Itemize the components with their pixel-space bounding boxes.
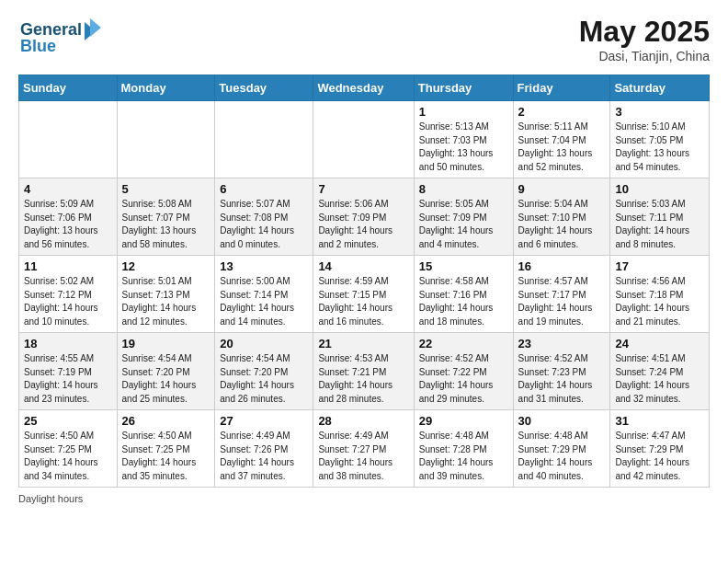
calendar-week-3: 18Sunrise: 4:55 AM Sunset: 7:19 PM Dayli… [19, 333, 710, 410]
day-number: 3 [615, 105, 704, 119]
day-detail: Sunrise: 4:53 AM Sunset: 7:21 PM Dayligh… [318, 352, 408, 406]
calendar-cell [215, 101, 313, 178]
day-number: 6 [220, 182, 308, 196]
day-detail: Sunrise: 4:48 AM Sunset: 7:28 PM Dayligh… [419, 430, 508, 483]
calendar-cell: 8Sunrise: 5:05 AM Sunset: 7:09 PM Daylig… [414, 178, 513, 256]
day-detail: Sunrise: 4:49 AM Sunset: 7:26 PM Dayligh… [220, 430, 308, 483]
day-number: 15 [419, 259, 508, 273]
header: General Blue May 2025 Dasi, Tianjin, Chi… [18, 15, 710, 63]
day-detail: Sunrise: 4:59 AM Sunset: 7:15 PM Dayligh… [318, 275, 408, 328]
day-detail: Sunrise: 4:52 AM Sunset: 7:23 PM Dayligh… [518, 352, 606, 406]
calendar-cell: 3Sunrise: 5:10 AM Sunset: 7:05 PM Daylig… [610, 101, 710, 178]
calendar-cell: 15Sunrise: 4:58 AM Sunset: 7:16 PM Dayli… [414, 256, 513, 333]
col-header-sunday: Sunday [19, 75, 118, 101]
calendar-week-2: 11Sunrise: 5:02 AM Sunset: 7:12 PM Dayli… [19, 256, 710, 333]
calendar-week-1: 4Sunrise: 5:09 AM Sunset: 7:06 PM Daylig… [19, 178, 710, 256]
day-detail: Sunrise: 5:08 AM Sunset: 7:07 PM Dayligh… [122, 198, 210, 251]
day-number: 4 [24, 182, 112, 196]
day-detail: Sunrise: 5:01 AM Sunset: 7:13 PM Dayligh… [122, 275, 210, 328]
calendar-cell: 21Sunrise: 4:53 AM Sunset: 7:21 PM Dayli… [313, 333, 414, 410]
col-header-tuesday: Tuesday [215, 75, 313, 101]
day-number: 11 [24, 259, 112, 273]
calendar-cell [19, 101, 118, 178]
calendar-header-row: SundayMondayTuesdayWednesdayThursdayFrid… [19, 75, 710, 101]
day-number: 23 [518, 337, 606, 350]
main-title: May 2025 [579, 15, 710, 49]
day-detail: Sunrise: 5:03 AM Sunset: 7:11 PM Dayligh… [615, 198, 704, 251]
page: General Blue May 2025 Dasi, Tianjin, Chi… [0, 0, 728, 519]
svg-marker-3 [90, 18, 101, 37]
calendar-cell: 22Sunrise: 4:52 AM Sunset: 7:22 PM Dayli… [414, 333, 513, 410]
calendar-cell: 6Sunrise: 5:07 AM Sunset: 7:08 PM Daylig… [215, 178, 313, 256]
day-number: 2 [518, 105, 606, 119]
day-number: 28 [318, 414, 408, 428]
calendar-cell: 5Sunrise: 5:08 AM Sunset: 7:07 PM Daylig… [117, 178, 215, 256]
day-number: 26 [122, 414, 210, 428]
calendar-cell: 7Sunrise: 5:06 AM Sunset: 7:09 PM Daylig… [313, 178, 414, 256]
calendar-cell: 30Sunrise: 4:48 AM Sunset: 7:29 PM Dayli… [513, 410, 610, 488]
col-header-saturday: Saturday [610, 75, 710, 101]
day-detail: Sunrise: 4:52 AM Sunset: 7:22 PM Dayligh… [419, 352, 508, 406]
day-detail: Sunrise: 4:55 AM Sunset: 7:19 PM Dayligh… [24, 352, 112, 406]
calendar-cell: 13Sunrise: 5:00 AM Sunset: 7:14 PM Dayli… [215, 256, 313, 333]
day-detail: Sunrise: 4:48 AM Sunset: 7:29 PM Dayligh… [518, 430, 606, 483]
day-number: 5 [122, 182, 210, 196]
day-number: 19 [122, 337, 210, 350]
day-detail: Sunrise: 5:04 AM Sunset: 7:10 PM Dayligh… [518, 198, 606, 251]
calendar-cell [313, 101, 414, 178]
calendar-cell: 1Sunrise: 5:13 AM Sunset: 7:03 PM Daylig… [414, 101, 513, 178]
calendar-cell: 9Sunrise: 5:04 AM Sunset: 7:10 PM Daylig… [513, 178, 610, 256]
logo-icon: General Blue [18, 15, 101, 55]
day-number: 16 [518, 259, 606, 273]
day-number: 27 [220, 414, 308, 428]
day-number: 25 [24, 414, 112, 428]
calendar-cell: 18Sunrise: 4:55 AM Sunset: 7:19 PM Dayli… [19, 333, 118, 410]
col-header-wednesday: Wednesday [313, 75, 414, 101]
calendar-cell: 31Sunrise: 4:47 AM Sunset: 7:29 PM Dayli… [610, 410, 710, 488]
day-number: 29 [419, 414, 508, 428]
day-number: 8 [419, 182, 508, 196]
day-detail: Sunrise: 5:07 AM Sunset: 7:08 PM Dayligh… [220, 198, 308, 251]
calendar-cell: 2Sunrise: 5:11 AM Sunset: 7:04 PM Daylig… [513, 101, 610, 178]
calendar-cell: 19Sunrise: 4:54 AM Sunset: 7:20 PM Dayli… [117, 333, 215, 410]
logo: General Blue [18, 15, 101, 59]
calendar-cell: 26Sunrise: 4:50 AM Sunset: 7:25 PM Dayli… [117, 410, 215, 488]
calendar-cell: 27Sunrise: 4:49 AM Sunset: 7:26 PM Dayli… [215, 410, 313, 488]
calendar-cell: 29Sunrise: 4:48 AM Sunset: 7:28 PM Dayli… [414, 410, 513, 488]
calendar-cell: 16Sunrise: 4:57 AM Sunset: 7:17 PM Dayli… [513, 256, 610, 333]
calendar-cell: 10Sunrise: 5:03 AM Sunset: 7:11 PM Dayli… [610, 178, 710, 256]
calendar-cell: 20Sunrise: 4:54 AM Sunset: 7:20 PM Dayli… [215, 333, 313, 410]
day-detail: Sunrise: 5:02 AM Sunset: 7:12 PM Dayligh… [24, 275, 112, 328]
calendar-cell: 23Sunrise: 4:52 AM Sunset: 7:23 PM Dayli… [513, 333, 610, 410]
day-number: 1 [419, 105, 508, 119]
day-number: 12 [122, 259, 210, 273]
col-header-thursday: Thursday [414, 75, 513, 101]
calendar-table: SundayMondayTuesdayWednesdayThursdayFrid… [18, 75, 710, 488]
svg-text:General: General [20, 20, 82, 39]
day-number: 7 [318, 182, 408, 196]
calendar-cell: 11Sunrise: 5:02 AM Sunset: 7:12 PM Dayli… [19, 256, 118, 333]
footer-note: Daylight hours [18, 493, 710, 504]
calendar-cell: 12Sunrise: 5:01 AM Sunset: 7:13 PM Dayli… [117, 256, 215, 333]
svg-text:Blue: Blue [20, 37, 56, 55]
day-detail: Sunrise: 4:56 AM Sunset: 7:18 PM Dayligh… [615, 275, 704, 328]
day-detail: Sunrise: 5:06 AM Sunset: 7:09 PM Dayligh… [318, 198, 408, 251]
subtitle: Dasi, Tianjin, China [579, 49, 710, 63]
col-header-friday: Friday [513, 75, 610, 101]
day-detail: Sunrise: 5:11 AM Sunset: 7:04 PM Dayligh… [518, 121, 606, 174]
day-number: 31 [615, 414, 704, 428]
day-detail: Sunrise: 4:50 AM Sunset: 7:25 PM Dayligh… [24, 430, 112, 483]
calendar-cell: 24Sunrise: 4:51 AM Sunset: 7:24 PM Dayli… [610, 333, 710, 410]
day-detail: Sunrise: 4:49 AM Sunset: 7:27 PM Dayligh… [318, 430, 408, 483]
day-number: 30 [518, 414, 606, 428]
day-number: 24 [615, 337, 704, 350]
title-block: May 2025 Dasi, Tianjin, China [579, 15, 710, 63]
day-number: 10 [615, 182, 704, 196]
day-detail: Sunrise: 5:13 AM Sunset: 7:03 PM Dayligh… [419, 121, 508, 174]
day-detail: Sunrise: 4:58 AM Sunset: 7:16 PM Dayligh… [419, 275, 508, 328]
day-detail: Sunrise: 4:54 AM Sunset: 7:20 PM Dayligh… [122, 352, 210, 406]
day-number: 20 [220, 337, 308, 350]
day-detail: Sunrise: 5:09 AM Sunset: 7:06 PM Dayligh… [24, 198, 112, 251]
calendar-cell [117, 101, 215, 178]
calendar-week-0: 1Sunrise: 5:13 AM Sunset: 7:03 PM Daylig… [19, 101, 710, 178]
